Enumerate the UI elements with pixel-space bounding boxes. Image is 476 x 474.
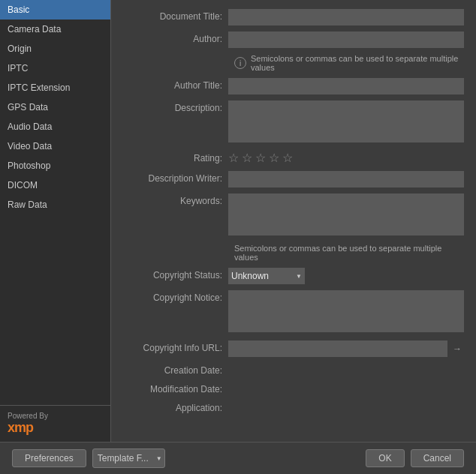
- star-5[interactable]: ☆: [282, 151, 293, 165]
- star-3[interactable]: ☆: [255, 151, 266, 165]
- xmp-logo: xmp: [8, 420, 103, 436]
- rating-row: Rating: ☆ ☆ ☆ ☆ ☆: [123, 151, 464, 165]
- keywords-textarea[interactable]: [228, 194, 464, 236]
- copyright-notice-label: Copyright Notice:: [123, 290, 228, 303]
- copyright-notice-textarea[interactable]: [228, 290, 464, 332]
- keywords-control: [228, 194, 464, 238]
- author-title-row: Author Title:: [123, 78, 464, 94]
- author-title-input[interactable]: [228, 78, 464, 94]
- sidebar-item-dicom[interactable]: DICOM: [0, 176, 110, 195]
- dialog-footer: Preferences Template F... OK Cancel: [0, 442, 476, 474]
- url-arrow-icon[interactable]: →: [450, 342, 464, 356]
- sidebar-item-video-data[interactable]: Video Data: [0, 136, 110, 156]
- sidebar-item-audio-data[interactable]: Audio Data: [0, 117, 110, 136]
- copyright-url-input[interactable]: [228, 340, 447, 357]
- document-title-control: [228, 9, 464, 26]
- sidebar-item-basic[interactable]: Basic: [0, 0, 110, 20]
- star-4[interactable]: ☆: [269, 151, 279, 165]
- modification-date-row: Modification Date:: [123, 382, 464, 394]
- star-2[interactable]: ☆: [242, 151, 252, 165]
- copyright-status-wrapper: Unknown Copyrighted Public Domain: [228, 268, 305, 284]
- author-input[interactable]: [228, 32, 464, 48]
- author-title-label: Author Title:: [123, 78, 228, 91]
- keywords-label: Keywords:: [123, 194, 228, 206]
- description-textarea[interactable]: [228, 100, 464, 142]
- copyright-status-label: Copyright Status:: [123, 268, 228, 280]
- main-content: Document Title: Author: i Semicolons or …: [111, 0, 476, 428]
- rating-label: Rating:: [123, 151, 228, 164]
- keywords-info-text: Semicolons or commas can be used to sepa…: [234, 244, 464, 262]
- powered-by-text: Powered By: [8, 412, 103, 420]
- creation-date-row: Creation Date:: [123, 363, 464, 376]
- ok-button[interactable]: OK: [366, 449, 404, 467]
- copyright-notice-control: [228, 290, 464, 334]
- author-title-control: [228, 78, 464, 94]
- document-title-row: Document Title:: [123, 9, 464, 26]
- description-row: Description:: [123, 100, 464, 145]
- cancel-button[interactable]: Cancel: [411, 449, 464, 467]
- url-row: →: [228, 340, 464, 357]
- footer-left: Preferences Template F...: [12, 448, 165, 468]
- application-label: Application:: [123, 400, 228, 413]
- description-label: Description:: [123, 100, 228, 113]
- copyright-url-row: Copyright Info URL: →: [123, 340, 464, 357]
- document-title-input[interactable]: [228, 9, 464, 26]
- sidebar-item-photoshop[interactable]: Photoshop: [0, 156, 110, 176]
- sidebar-item-iptc[interactable]: IPTC: [0, 58, 110, 78]
- copyright-url-label: Copyright Info URL:: [123, 340, 228, 353]
- modification-date-label: Modification Date:: [123, 382, 228, 394]
- sidebar-item-raw-data[interactable]: Raw Data: [0, 195, 110, 214]
- sidebar-footer: Powered By xmp: [0, 405, 110, 442]
- rating-stars: ☆ ☆ ☆ ☆ ☆: [228, 151, 464, 165]
- copyright-status-control: Unknown Copyrighted Public Domain: [228, 268, 464, 284]
- copyright-notice-row: Copyright Notice:: [123, 290, 464, 334]
- info-icon: i: [234, 57, 246, 69]
- copyright-status-row: Copyright Status: Unknown Copyrighted Pu…: [123, 268, 464, 284]
- sidebar-item-gps-data[interactable]: GPS Data: [0, 98, 110, 117]
- creation-date-label: Creation Date:: [123, 363, 228, 376]
- description-writer-row: Description Writer:: [123, 171, 464, 188]
- footer-right: OK Cancel: [366, 449, 464, 467]
- description-writer-label: Description Writer:: [123, 171, 228, 184]
- sidebar-item-origin[interactable]: Origin: [0, 39, 110, 58]
- copyright-status-select[interactable]: Unknown Copyrighted Public Domain: [228, 268, 305, 284]
- author-row: Author:: [123, 32, 464, 48]
- sidebar-list: BasicCamera DataOriginIPTCIPTC Extension…: [0, 0, 110, 405]
- author-control: [228, 32, 464, 48]
- sidebar-item-camera-data[interactable]: Camera Data: [0, 20, 110, 39]
- description-writer-control: [228, 171, 464, 188]
- main-wrapper: Document Title: Author: i Semicolons or …: [111, 0, 476, 442]
- description-control: [228, 100, 464, 145]
- keywords-row: Keywords:: [123, 194, 464, 238]
- author-info-text: Semicolons or commas can be used to sepa…: [251, 54, 464, 72]
- author-info-row: i Semicolons or commas can be used to se…: [123, 54, 464, 72]
- document-title-label: Document Title:: [123, 9, 228, 22]
- star-1[interactable]: ☆: [228, 151, 239, 165]
- preferences-button[interactable]: Preferences: [12, 449, 86, 467]
- dialog: BasicCamera DataOriginIPTCIPTC Extension…: [0, 0, 476, 474]
- sidebar: BasicCamera DataOriginIPTCIPTC Extension…: [0, 0, 111, 442]
- keywords-info-row: Semicolons or commas can be used to sepa…: [123, 244, 464, 262]
- copyright-url-control: →: [228, 340, 464, 357]
- dialog-body: BasicCamera DataOriginIPTCIPTC Extension…: [0, 0, 476, 442]
- author-label: Author:: [123, 32, 228, 44]
- template-select[interactable]: Template F...: [92, 448, 165, 468]
- application-row: Application:: [123, 400, 464, 413]
- sidebar-item-iptc-extension[interactable]: IPTC Extension: [0, 78, 110, 98]
- description-writer-input[interactable]: [228, 171, 464, 188]
- template-wrapper: Template F...: [92, 448, 165, 468]
